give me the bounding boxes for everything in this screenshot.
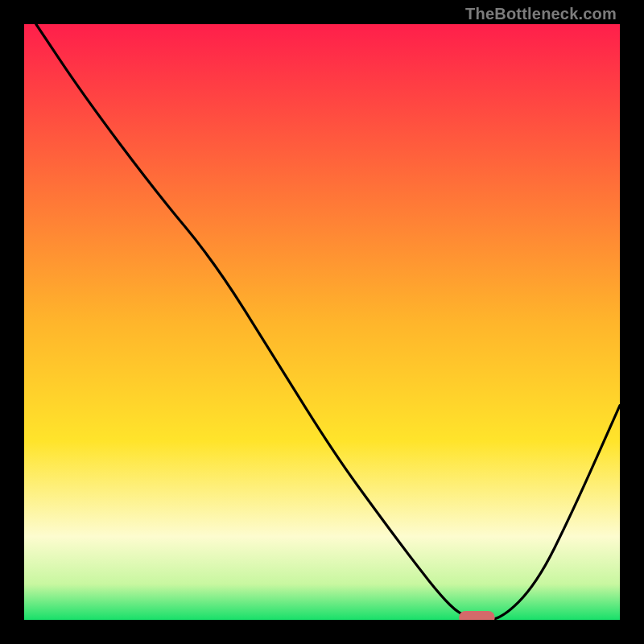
gradient-background	[24, 24, 620, 620]
chart-svg	[24, 24, 620, 620]
optimal-range-marker	[459, 611, 494, 620]
watermark-text: TheBottleneck.com	[465, 5, 617, 23]
chart-frame	[24, 24, 620, 620]
